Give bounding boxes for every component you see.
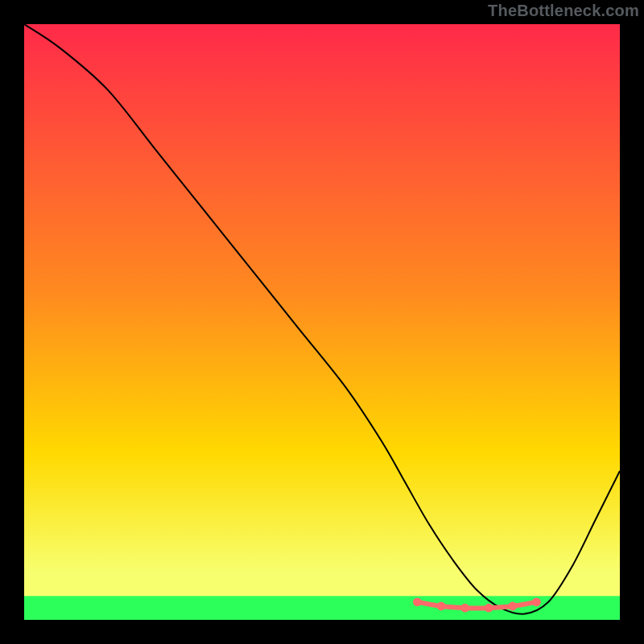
flat-highlight-marker [485,604,493,613]
flat-highlight-marker [508,602,517,611]
chart-container: TheBottleneck.com [0,0,644,644]
flat-highlight-marker [460,604,469,613]
gradient-background [24,24,620,620]
flat-highlight-marker [532,597,541,606]
green-band [24,596,620,620]
watermark-text: TheBottleneck.com [488,2,639,20]
flat-highlight-marker [437,602,446,611]
chart-svg [24,24,620,620]
plot-area [24,24,620,620]
flat-highlight-marker [413,597,422,606]
